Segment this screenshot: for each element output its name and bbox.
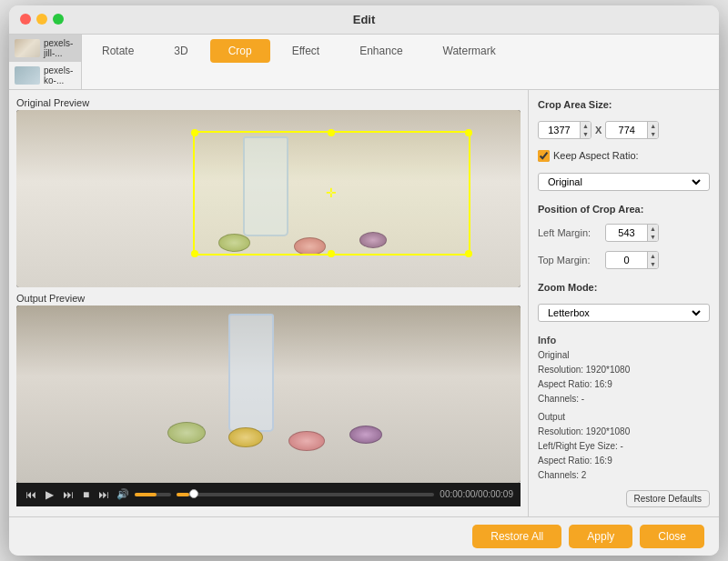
output-macaron-pink <box>288 431 325 451</box>
crop-height-up[interactable]: ▲ <box>648 122 658 130</box>
top-margin-arrows[interactable]: ▲ ▼ <box>647 252 658 268</box>
aspect-out: Aspect Ratio: 16:9 <box>538 454 710 468</box>
play-button[interactable]: ▶ <box>44 486 56 503</box>
close-traffic-light[interactable] <box>20 14 31 25</box>
skip-end-button[interactable]: ⏭ <box>96 486 111 503</box>
main-window: Edit pexels-jill-... pexels-ko-... Rotat… <box>9 5 719 556</box>
crop-height-input[interactable]: ▲ ▼ <box>605 121 659 139</box>
crop-handle-bl[interactable] <box>191 250 198 257</box>
top-margin-down[interactable]: ▼ <box>648 260 658 268</box>
crop-height-down[interactable]: ▼ <box>648 130 658 138</box>
left-margin-arrows[interactable]: ▲ ▼ <box>647 225 658 241</box>
tab-crop[interactable]: Crop <box>210 39 270 63</box>
output-preview-box <box>16 306 521 483</box>
output-preview-section: Output Preview ⏮ ▶ ⏭ ■ <box>16 293 521 506</box>
skip-back-button[interactable]: ⏮ <box>24 486 38 503</box>
crop-crosshair: ✛ <box>326 185 337 200</box>
crop-overlay[interactable]: ✛ <box>193 131 470 255</box>
tab-enhance[interactable]: Enhance <box>341 39 420 63</box>
keep-aspect-row: Keep Aspect Ratio: <box>538 150 710 162</box>
aspect-ratio-select[interactable]: Original 16:9 4:3 1:1 <box>538 173 710 191</box>
output-info-title: Output <box>538 410 710 425</box>
keep-aspect-label: Keep Aspect Ratio: <box>553 150 639 161</box>
file-name-2: pexels-ko-... <box>44 65 76 85</box>
top-margin-label: Top Margin: <box>538 255 602 265</box>
crop-width-field[interactable] <box>539 123 580 137</box>
crop-width-input[interactable]: ▲ ▼ <box>538 121 592 139</box>
channels-orig: Channels: - <box>538 392 710 406</box>
aspect-orig: Aspect Ratio: 16:9 <box>538 377 710 392</box>
original-preview-label: Original Preview <box>16 97 521 108</box>
info-block: Info Original Resolution: 1920*1080 Aspe… <box>538 333 710 484</box>
left-margin-field[interactable] <box>606 225 647 240</box>
info-title: Info <box>538 333 710 349</box>
channels-out: Channels: 2 <box>538 468 710 483</box>
output-macaron-purple <box>349 426 382 444</box>
minimize-traffic-light[interactable] <box>36 14 47 25</box>
top-margin-field[interactable] <box>606 253 647 267</box>
left-margin-row: Left Margin: ▲ ▼ <box>538 224 710 242</box>
zoom-mode-select[interactable]: Letterbox Pan & Scan Full <box>538 304 710 322</box>
tab-rotate[interactable]: Rotate <box>84 39 152 63</box>
progress-thumb[interactable] <box>189 489 198 498</box>
output-macaron-yellow <box>228 427 263 447</box>
volume-icon: 🔊 <box>116 488 129 500</box>
keep-aspect-checkbox[interactable] <box>538 150 550 162</box>
crop-height-arrows[interactable]: ▲ ▼ <box>647 122 658 138</box>
crop-handle-tl[interactable] <box>191 129 198 136</box>
resolution-out: Resolution: 1920*1080 <box>538 425 710 439</box>
left-margin-input[interactable]: ▲ ▼ <box>605 224 659 242</box>
tab-bar: Rotate 3D Crop Effect Enhance Watermark <box>82 35 719 67</box>
tab-watermark[interactable]: Watermark <box>425 39 514 63</box>
crop-width-up[interactable]: ▲ <box>581 122 591 130</box>
output-glass <box>228 314 274 432</box>
original-preview-box: ✛ <box>16 110 521 287</box>
position-label: Position of Crop Area: <box>538 204 710 215</box>
top-margin-input[interactable]: ▲ ▼ <box>605 251 659 269</box>
stop-button[interactable]: ■ <box>81 486 91 503</box>
file-item-2[interactable]: pexels-ko-... <box>9 62 81 89</box>
titlebar: Edit <box>9 5 719 35</box>
file-thumb-1 <box>15 39 40 57</box>
progress-fill <box>177 493 189 496</box>
crop-handle-tr[interactable] <box>465 129 472 136</box>
crop-height-field[interactable] <box>606 123 647 137</box>
restore-defaults-button[interactable]: Restore Defaults <box>626 490 710 507</box>
restore-all-button[interactable]: Restore All <box>472 525 561 548</box>
file-item-1[interactable]: pexels-jill-... <box>9 35 81 62</box>
zoom-mode-dropdown[interactable]: Letterbox Pan & Scan Full <box>544 306 703 319</box>
volume-bar[interactable] <box>135 493 171 496</box>
tab-3d[interactable]: 3D <box>156 39 206 63</box>
original-preview-section: Original Preview <box>16 97 521 287</box>
crop-width-arrows[interactable]: ▲ ▼ <box>580 122 591 138</box>
file-thumb-2 <box>15 66 40 85</box>
left-margin-down[interactable]: ▼ <box>648 233 658 241</box>
maximize-traffic-light[interactable] <box>53 14 64 25</box>
time-display: 00:00:00/00:00:09 <box>440 489 513 499</box>
crop-handle-bm[interactable] <box>328 250 335 257</box>
crop-area-size-label: Crop Area Size: <box>538 99 710 110</box>
x-separator: X <box>595 125 602 135</box>
bottom-bar: Restore All Apply Close <box>9 516 719 556</box>
close-button[interactable]: Close <box>640 525 704 548</box>
left-panel: Original Preview <box>9 90 528 517</box>
top-margin-up[interactable]: ▲ <box>648 252 658 260</box>
step-forward-button[interactable]: ⏭ <box>61 486 76 503</box>
output-macaron-green <box>167 422 206 444</box>
resolution-orig: Resolution: 1920*1080 <box>538 363 710 377</box>
file-name-1: pexels-jill-... <box>44 38 76 58</box>
crop-handle-tm[interactable] <box>328 129 335 136</box>
crop-size-row: ▲ ▼ X ▲ ▼ <box>538 121 710 139</box>
left-margin-label: Left Margin: <box>538 227 602 238</box>
progress-bar[interactable] <box>177 493 434 496</box>
original-info-title: Original <box>538 348 710 363</box>
zoom-mode-label: Zoom Mode: <box>538 282 710 293</box>
eye-size: Left/Right Eye Size: - <box>538 439 710 454</box>
crop-width-down[interactable]: ▼ <box>581 130 591 138</box>
left-margin-up[interactable]: ▲ <box>648 225 658 233</box>
aspect-ratio-dropdown[interactable]: Original 16:9 4:3 1:1 <box>544 175 703 188</box>
tab-effect[interactable]: Effect <box>274 39 338 63</box>
crop-handle-br[interactable] <box>465 250 472 257</box>
apply-button[interactable]: Apply <box>569 525 632 548</box>
main-content: Original Preview <box>9 90 719 517</box>
